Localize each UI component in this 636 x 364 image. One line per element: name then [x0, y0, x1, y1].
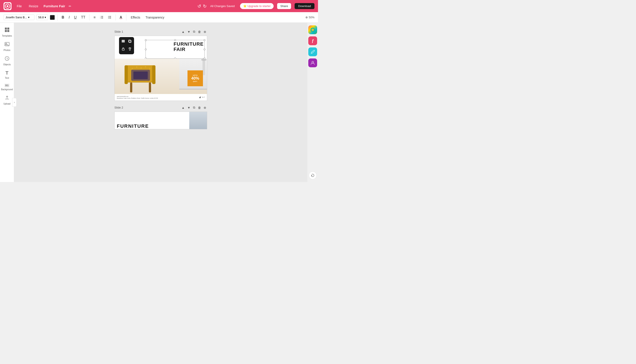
slide2-image — [189, 112, 207, 129]
svg-point-36 — [132, 68, 133, 69]
svg-point-20 — [6, 43, 7, 44]
right-panel: ƒ — [307, 23, 318, 182]
text-label: Text — [5, 77, 9, 79]
handle-ml — [145, 48, 147, 50]
svg-rect-27 — [122, 49, 124, 50]
redo-button[interactable]: ↻ — [203, 4, 207, 9]
slide2-down-button[interactable]: ▼ — [186, 106, 191, 110]
sidebar-item-text[interactable]: T Text — [1, 68, 13, 81]
divider-4 — [126, 14, 126, 20]
app-logo[interactable] — [4, 2, 12, 10]
refresh-button[interactable] — [309, 172, 317, 179]
save-status: All Changes Saved — [210, 4, 235, 8]
context-layers-button[interactable] — [120, 38, 126, 45]
context-lock-button[interactable] — [120, 46, 126, 53]
divider-1 — [57, 14, 58, 20]
zoom-display: ⊕ 50% — [305, 16, 314, 19]
file-menu[interactable]: File — [15, 4, 24, 9]
align-left-button[interactable]: ≡ — [92, 14, 97, 20]
handle-tm — [174, 39, 176, 41]
slide-1-controls: ▲ ▼ ⧉ 🗑 ⊕ — [181, 29, 207, 34]
divider-3 — [116, 14, 116, 20]
transparency-button[interactable]: Transparency — [144, 15, 166, 20]
strikethrough-button[interactable]: TT — [80, 14, 87, 20]
share-button[interactable]: Share — [277, 3, 291, 9]
undo-button[interactable]: ↺ — [197, 4, 201, 9]
templates-icon — [5, 27, 10, 34]
canvas-area: Choose the primary, secondary and tertia… — [14, 23, 307, 182]
context-delete-button[interactable] — [127, 46, 133, 53]
font-button[interactable]: ƒ — [308, 36, 317, 45]
sidebar-item-upload[interactable]: Upload — [1, 93, 13, 107]
photos-label: Photos — [4, 49, 10, 52]
slide-1-label: Slide 1 — [114, 30, 123, 33]
slide2-add-button[interactable]: ⊕ — [203, 106, 207, 110]
palette-button[interactable] — [308, 25, 317, 34]
svg-point-12 — [108, 16, 109, 16]
slide-up-button[interactable]: ▲ — [181, 30, 185, 34]
underline-button[interactable]: U — [73, 14, 78, 20]
ordered-list-button[interactable]: 1.2.3. — [99, 15, 105, 20]
linkedin-icon: in — [202, 96, 204, 98]
slide-duplicate-button[interactable]: ⧉ — [192, 29, 196, 34]
svg-rect-16 — [7, 28, 9, 30]
svg-rect-31 — [152, 65, 155, 84]
discount-percent: 40% — [191, 76, 199, 81]
svg-rect-4 — [101, 17, 103, 18]
text-color-swatch[interactable] — [50, 15, 55, 20]
footer-address: www.furniturefair.com Marylebone Trade C… — [117, 96, 158, 99]
slide-1-canvas[interactable]: FURNITURE FAIR Upgrade Your Home Furnitu… — [114, 36, 207, 101]
slide-1-section: Slide 1 ▲ ▼ ⧉ 🗑 ⊕ — [114, 29, 207, 101]
svg-text:3.: 3. — [100, 18, 101, 19]
svg-point-39 — [145, 66, 146, 68]
resize-menu[interactable]: Resize — [27, 4, 40, 9]
objects-label: Objects — [3, 63, 11, 66]
doc-title: Furniture Fair — [44, 4, 65, 8]
toolbar: Josefin Sans B... ▾ 58.8 ▾ B I U TT ≡ 1.… — [0, 12, 318, 23]
svg-rect-5 — [101, 18, 103, 18]
italic-button[interactable]: I — [67, 14, 71, 20]
slide-delete-button[interactable]: 🗑 — [197, 30, 202, 34]
font-family-selector[interactable]: Josefin Sans B... ▾ — [4, 14, 35, 20]
handle-mr — [204, 48, 205, 50]
discount-off: OFF! — [193, 81, 197, 82]
undo-redo-group: ↺ ↻ — [197, 4, 207, 9]
slide-2-canvas[interactable]: FURNITURE — [114, 112, 207, 129]
slide2-duplicate-button[interactable]: ⧉ — [192, 105, 196, 110]
slide-add-button[interactable]: ⊕ — [203, 30, 207, 34]
svg-rect-9 — [109, 16, 111, 16]
font-icon: ƒ — [311, 38, 314, 43]
slide-2-label: Slide 2 — [114, 106, 123, 109]
effects-button[interactable]: Effects — [129, 15, 142, 20]
download-button[interactable]: Download — [294, 3, 314, 9]
chevron-down-icon: ▾ — [28, 16, 30, 19]
font-size-value: 58.8 — [38, 16, 44, 19]
slide-2-controls: ▲ ▼ ⧉ 🗑 ⊕ — [181, 105, 207, 110]
font-size-selector[interactable]: 58.8 ▾ — [36, 14, 48, 20]
svg-point-37 — [136, 66, 137, 68]
svg-rect-3 — [101, 16, 103, 16]
draw-button[interactable] — [308, 48, 317, 56]
svg-point-40 — [149, 68, 151, 69]
text-color-button[interactable]: A — [118, 14, 124, 20]
svg-rect-30 — [125, 65, 128, 84]
slide2-up-button[interactable]: ▲ — [181, 106, 185, 110]
sidebar-item-templates[interactable]: Templates — [1, 25, 13, 39]
sidebar-item-objects[interactable]: Objects — [1, 54, 13, 68]
svg-point-42 — [312, 61, 313, 63]
photos-icon — [5, 42, 10, 48]
context-copy-button[interactable] — [127, 38, 133, 45]
sidebar-item-photos[interactable]: Photos — [1, 40, 13, 53]
bold-button[interactable]: B — [60, 14, 66, 20]
handle-tl — [145, 39, 147, 41]
chair-illustration — [121, 59, 161, 94]
upgrade-button[interactable]: ⭐ Upgrade to starter — [240, 3, 274, 9]
slide2-delete-button[interactable]: 🗑 — [197, 106, 202, 110]
svg-rect-19 — [5, 42, 9, 46]
sidebar-item-background[interactable]: BG Background — [1, 82, 13, 92]
slide-down-button[interactable]: ▼ — [186, 30, 191, 34]
unordered-list-button[interactable] — [107, 15, 113, 20]
user-button[interactable] — [308, 58, 317, 67]
address-text: Marylebone Trade Centre, Bradberry Stree… — [117, 97, 158, 99]
context-menu — [119, 37, 134, 54]
